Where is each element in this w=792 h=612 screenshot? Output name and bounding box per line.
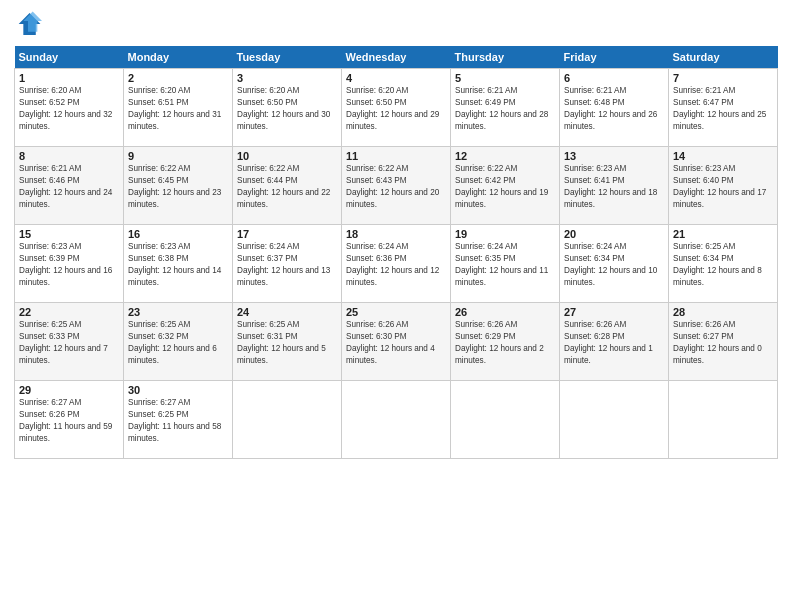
calendar-cell: 23 Sunrise: 6:25 AMSunset: 6:32 PMDaylig… [124, 303, 233, 381]
day-number: 10 [237, 150, 337, 162]
day-info: Sunrise: 6:21 AMSunset: 6:49 PMDaylight:… [455, 85, 555, 133]
calendar-cell: 8 Sunrise: 6:21 AMSunset: 6:46 PMDayligh… [15, 147, 124, 225]
day-number: 28 [673, 306, 773, 318]
logo-icon [14, 10, 42, 38]
page-header [14, 10, 778, 38]
col-header-sunday: Sunday [15, 46, 124, 69]
calendar-cell: 17 Sunrise: 6:24 AMSunset: 6:37 PMDaylig… [233, 225, 342, 303]
calendar-cell: 7 Sunrise: 6:21 AMSunset: 6:47 PMDayligh… [669, 69, 778, 147]
day-number: 26 [455, 306, 555, 318]
calendar-cell [560, 381, 669, 459]
col-header-friday: Friday [560, 46, 669, 69]
calendar-cell: 3 Sunrise: 6:20 AMSunset: 6:50 PMDayligh… [233, 69, 342, 147]
day-number: 25 [346, 306, 446, 318]
day-number: 4 [346, 72, 446, 84]
day-info: Sunrise: 6:22 AMSunset: 6:43 PMDaylight:… [346, 163, 446, 211]
day-info: Sunrise: 6:25 AMSunset: 6:32 PMDaylight:… [128, 319, 228, 367]
day-info: Sunrise: 6:23 AMSunset: 6:40 PMDaylight:… [673, 163, 773, 211]
day-info: Sunrise: 6:26 AMSunset: 6:29 PMDaylight:… [455, 319, 555, 367]
logo [14, 10, 44, 38]
calendar-cell [451, 381, 560, 459]
day-info: Sunrise: 6:20 AMSunset: 6:50 PMDaylight:… [237, 85, 337, 133]
calendar-cell: 9 Sunrise: 6:22 AMSunset: 6:45 PMDayligh… [124, 147, 233, 225]
day-info: Sunrise: 6:25 AMSunset: 6:34 PMDaylight:… [673, 241, 773, 289]
calendar-cell: 26 Sunrise: 6:26 AMSunset: 6:29 PMDaylig… [451, 303, 560, 381]
col-header-monday: Monday [124, 46, 233, 69]
day-info: Sunrise: 6:26 AMSunset: 6:30 PMDaylight:… [346, 319, 446, 367]
col-header-thursday: Thursday [451, 46, 560, 69]
day-info: Sunrise: 6:20 AMSunset: 6:50 PMDaylight:… [346, 85, 446, 133]
calendar-table: SundayMondayTuesdayWednesdayThursdayFrid… [14, 46, 778, 459]
day-info: Sunrise: 6:22 AMSunset: 6:45 PMDaylight:… [128, 163, 228, 211]
calendar-cell: 28 Sunrise: 6:26 AMSunset: 6:27 PMDaylig… [669, 303, 778, 381]
calendar-cell [342, 381, 451, 459]
calendar-cell: 25 Sunrise: 6:26 AMSunset: 6:30 PMDaylig… [342, 303, 451, 381]
col-header-tuesday: Tuesday [233, 46, 342, 69]
day-info: Sunrise: 6:24 AMSunset: 6:34 PMDaylight:… [564, 241, 664, 289]
calendar-cell [233, 381, 342, 459]
calendar-cell: 14 Sunrise: 6:23 AMSunset: 6:40 PMDaylig… [669, 147, 778, 225]
day-number: 16 [128, 228, 228, 240]
day-number: 13 [564, 150, 664, 162]
calendar-cell: 30 Sunrise: 6:27 AMSunset: 6:25 PMDaylig… [124, 381, 233, 459]
day-number: 27 [564, 306, 664, 318]
day-number: 8 [19, 150, 119, 162]
day-number: 9 [128, 150, 228, 162]
calendar-cell: 29 Sunrise: 6:27 AMSunset: 6:26 PMDaylig… [15, 381, 124, 459]
calendar-cell: 2 Sunrise: 6:20 AMSunset: 6:51 PMDayligh… [124, 69, 233, 147]
day-number: 23 [128, 306, 228, 318]
day-number: 6 [564, 72, 664, 84]
day-info: Sunrise: 6:21 AMSunset: 6:47 PMDaylight:… [673, 85, 773, 133]
calendar-cell: 15 Sunrise: 6:23 AMSunset: 6:39 PMDaylig… [15, 225, 124, 303]
day-number: 14 [673, 150, 773, 162]
calendar-cell: 1 Sunrise: 6:20 AMSunset: 6:52 PMDayligh… [15, 69, 124, 147]
col-header-wednesday: Wednesday [342, 46, 451, 69]
day-info: Sunrise: 6:24 AMSunset: 6:37 PMDaylight:… [237, 241, 337, 289]
day-info: Sunrise: 6:23 AMSunset: 6:39 PMDaylight:… [19, 241, 119, 289]
day-info: Sunrise: 6:24 AMSunset: 6:36 PMDaylight:… [346, 241, 446, 289]
col-header-saturday: Saturday [669, 46, 778, 69]
day-info: Sunrise: 6:22 AMSunset: 6:42 PMDaylight:… [455, 163, 555, 211]
day-number: 18 [346, 228, 446, 240]
calendar-cell: 27 Sunrise: 6:26 AMSunset: 6:28 PMDaylig… [560, 303, 669, 381]
calendar-cell: 21 Sunrise: 6:25 AMSunset: 6:34 PMDaylig… [669, 225, 778, 303]
day-number: 5 [455, 72, 555, 84]
day-number: 17 [237, 228, 337, 240]
day-number: 15 [19, 228, 119, 240]
calendar-cell: 16 Sunrise: 6:23 AMSunset: 6:38 PMDaylig… [124, 225, 233, 303]
calendar-cell: 19 Sunrise: 6:24 AMSunset: 6:35 PMDaylig… [451, 225, 560, 303]
calendar-cell: 20 Sunrise: 6:24 AMSunset: 6:34 PMDaylig… [560, 225, 669, 303]
day-number: 11 [346, 150, 446, 162]
day-number: 19 [455, 228, 555, 240]
day-number: 1 [19, 72, 119, 84]
day-info: Sunrise: 6:21 AMSunset: 6:48 PMDaylight:… [564, 85, 664, 133]
day-info: Sunrise: 6:27 AMSunset: 6:25 PMDaylight:… [128, 397, 228, 445]
day-info: Sunrise: 6:25 AMSunset: 6:33 PMDaylight:… [19, 319, 119, 367]
day-info: Sunrise: 6:26 AMSunset: 6:27 PMDaylight:… [673, 319, 773, 367]
calendar-cell: 10 Sunrise: 6:22 AMSunset: 6:44 PMDaylig… [233, 147, 342, 225]
day-info: Sunrise: 6:20 AMSunset: 6:52 PMDaylight:… [19, 85, 119, 133]
calendar-cell [669, 381, 778, 459]
day-number: 29 [19, 384, 119, 396]
calendar-cell: 11 Sunrise: 6:22 AMSunset: 6:43 PMDaylig… [342, 147, 451, 225]
calendar-cell: 18 Sunrise: 6:24 AMSunset: 6:36 PMDaylig… [342, 225, 451, 303]
calendar-cell: 6 Sunrise: 6:21 AMSunset: 6:48 PMDayligh… [560, 69, 669, 147]
day-info: Sunrise: 6:26 AMSunset: 6:28 PMDaylight:… [564, 319, 664, 367]
day-number: 3 [237, 72, 337, 84]
page-container: SundayMondayTuesdayWednesdayThursdayFrid… [0, 0, 792, 469]
day-info: Sunrise: 6:27 AMSunset: 6:26 PMDaylight:… [19, 397, 119, 445]
day-info: Sunrise: 6:23 AMSunset: 6:38 PMDaylight:… [128, 241, 228, 289]
calendar-cell: 5 Sunrise: 6:21 AMSunset: 6:49 PMDayligh… [451, 69, 560, 147]
day-info: Sunrise: 6:21 AMSunset: 6:46 PMDaylight:… [19, 163, 119, 211]
day-number: 12 [455, 150, 555, 162]
calendar-cell: 4 Sunrise: 6:20 AMSunset: 6:50 PMDayligh… [342, 69, 451, 147]
calendar-cell: 22 Sunrise: 6:25 AMSunset: 6:33 PMDaylig… [15, 303, 124, 381]
day-info: Sunrise: 6:22 AMSunset: 6:44 PMDaylight:… [237, 163, 337, 211]
day-number: 21 [673, 228, 773, 240]
day-number: 7 [673, 72, 773, 84]
day-info: Sunrise: 6:25 AMSunset: 6:31 PMDaylight:… [237, 319, 337, 367]
calendar-cell: 13 Sunrise: 6:23 AMSunset: 6:41 PMDaylig… [560, 147, 669, 225]
day-number: 22 [19, 306, 119, 318]
day-info: Sunrise: 6:24 AMSunset: 6:35 PMDaylight:… [455, 241, 555, 289]
day-number: 20 [564, 228, 664, 240]
